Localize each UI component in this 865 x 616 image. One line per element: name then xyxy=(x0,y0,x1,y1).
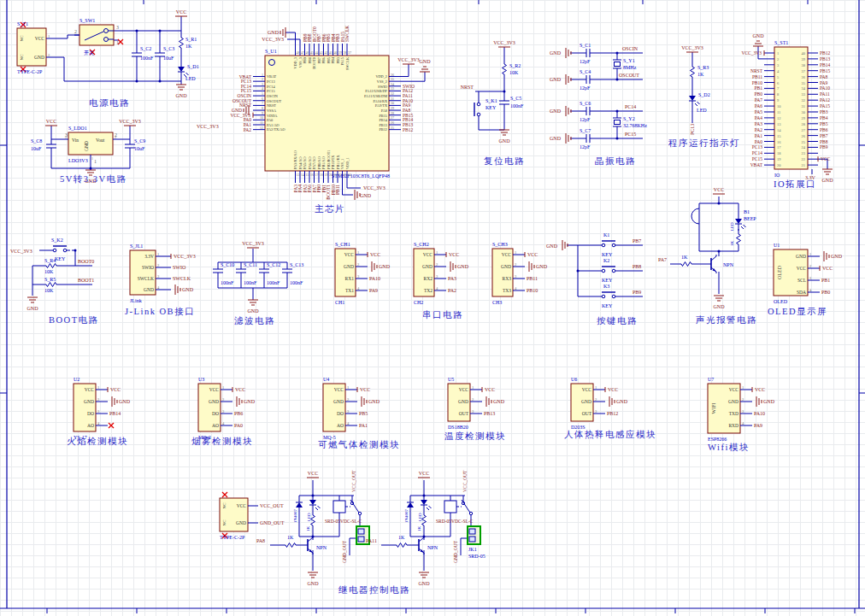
screw-terminal[interactable] xyxy=(468,526,480,544)
resistor[interactable] xyxy=(283,543,298,548)
label-net[interactable]: GND_OUT xyxy=(342,540,347,563)
capacitor[interactable] xyxy=(578,49,598,57)
label-text[interactable]: 12pF xyxy=(580,144,591,150)
crystal[interactable] xyxy=(613,118,621,126)
label-text[interactable]: 1K xyxy=(398,535,405,540)
label-net[interactable]: PB9 xyxy=(633,290,641,295)
label-net[interactable]: PA11 xyxy=(366,538,377,543)
ref-switch[interactable]: S_SW1 xyxy=(79,18,95,23)
label-text[interactable]: S_R1 xyxy=(185,37,197,42)
label-net[interactable]: PA8 xyxy=(256,538,265,543)
label-text[interactable]: KEY xyxy=(602,278,613,283)
pir-sensor[interactable]: U6D203S1VCCVCC2GNDGND3OUTPB12 xyxy=(571,377,628,430)
label-net[interactable]: GND xyxy=(360,193,372,198)
gnd-symbol[interactable]: GND xyxy=(714,296,726,309)
label-text[interactable]: S_Y1 xyxy=(623,58,635,63)
vcc3v3-flag[interactable]: VCC_3V3 xyxy=(119,119,141,126)
capacitor[interactable] xyxy=(499,96,509,109)
label-text[interactable]: 10uF xyxy=(163,56,174,61)
io-expansion-header[interactable]: S_ST1IO1VCC_3V3234NRST5PB116PB107PB18PB0… xyxy=(741,40,830,178)
label-text[interactable]: 10K xyxy=(44,269,54,274)
label-text[interactable]: 10K xyxy=(44,288,54,293)
wire[interactable] xyxy=(479,120,504,130)
caption-filter-circuit[interactable]: 滤波电路 xyxy=(234,316,275,326)
label-text[interactable]: S_Y2 xyxy=(623,116,635,121)
caption-boot-circuit[interactable]: BOOT电路 xyxy=(49,315,99,325)
pushbutton[interactable] xyxy=(598,292,619,298)
label-text[interactable]: 12pF xyxy=(580,59,591,64)
label-net[interactable]: VCC_OUT xyxy=(351,470,356,492)
vcc3v3-flag[interactable]: VCC_3V3 xyxy=(242,241,264,248)
caption-pir-module[interactable]: 人体热释电感应模块 xyxy=(564,430,656,439)
label-text[interactable]: LED xyxy=(418,513,422,521)
label-net[interactable]: PC13 xyxy=(690,124,695,135)
label-net[interactable]: GND xyxy=(550,77,562,82)
serial-header-1[interactable]: S_CH1CH11VCCVCC2GNDGND3RX1PA104TX1PA9 xyxy=(335,242,391,305)
caption-key-circuit[interactable]: 按键电路 xyxy=(597,316,638,326)
label-text[interactable]: KEY xyxy=(602,303,613,308)
label-text[interactable]: KEY xyxy=(602,252,613,257)
relay-contact[interactable] xyxy=(462,500,473,515)
serial-header-3[interactable]: S_CH3CH31VCCVCC2GNDGND3RX3PB114TX3PB10 xyxy=(492,242,548,305)
label-text[interactable]: 100nF xyxy=(140,56,154,61)
label-text[interactable]: 2 xyxy=(74,29,77,34)
label-net[interactable]: VCC_3V3 xyxy=(10,249,32,254)
resistor[interactable] xyxy=(737,231,741,248)
label-text[interactable]: 1 xyxy=(116,40,119,45)
label-text[interactable]: NPN xyxy=(316,545,327,550)
wire[interactable] xyxy=(285,32,296,44)
vcc-flag[interactable]: VCC xyxy=(418,471,430,478)
npn-transistor[interactable] xyxy=(706,255,716,273)
gnd-symbol[interactable]: GND xyxy=(176,85,188,98)
resistor[interactable] xyxy=(44,283,59,287)
caption-smoke-module[interactable]: 烟雾检测模块 xyxy=(191,437,253,446)
crystal[interactable] xyxy=(613,60,621,68)
ldo-regulator[interactable]: S_LDO1LDO3V3VinVoutGND321 xyxy=(58,126,123,165)
label-text[interactable]: 10uF xyxy=(31,146,42,151)
vcc-flag[interactable]: VCC xyxy=(713,187,725,194)
wire[interactable] xyxy=(287,39,300,44)
label-text[interactable]: 8MHz xyxy=(623,65,637,70)
label-text[interactable]: 3 xyxy=(65,132,68,138)
label-net[interactable]: VCC_3V3 xyxy=(262,37,284,42)
label-text[interactable]: K3 xyxy=(603,284,609,289)
caption-oled-display[interactable]: OLED显示屏 xyxy=(768,307,827,316)
label-text[interactable]: 12pF xyxy=(580,85,591,91)
serial-header-2[interactable]: S_CH2CH21VCCVCC2GNDGND3RX2PA34TX2PA2 xyxy=(414,242,469,305)
resistor[interactable] xyxy=(679,262,694,267)
label-text[interactable]: LED xyxy=(697,108,707,113)
label-text[interactable]: 10uF xyxy=(134,146,145,151)
label-text[interactable]: S_K2 xyxy=(51,238,63,243)
gnd-symbol[interactable]: GND xyxy=(499,130,511,144)
label-text[interactable]: 1 xyxy=(94,159,97,164)
wire[interactable] xyxy=(350,538,356,555)
caption-power-circuit[interactable]: 电源电路 xyxy=(89,98,130,108)
gnd-symbol[interactable]: GND xyxy=(248,300,260,314)
label-net[interactable]: BOOT0 xyxy=(78,259,94,264)
label-net[interactable]: GND xyxy=(268,30,280,35)
label-text[interactable]: S_R5 xyxy=(44,277,56,282)
label-text[interactable]: 100nF xyxy=(290,280,303,285)
capacitor[interactable] xyxy=(578,107,598,115)
mcu-stm32[interactable]: S_U1STM32F103C8T6_LQFP481VBATVBAT2PC13PC… xyxy=(230,26,415,200)
label-net[interactable]: GND xyxy=(550,50,562,56)
label-net[interactable]: PA7 xyxy=(658,257,667,262)
gnd-symbol[interactable]: GND xyxy=(822,169,834,183)
caption-run-led[interactable]: 程序运行指示灯 xyxy=(668,138,740,148)
caption-jlink-ob[interactable]: J-Link OB接口 xyxy=(125,307,195,316)
flame-sensor[interactable]: U2YS-171VCCVCC2GNDGND3DOPB144AO xyxy=(74,377,131,440)
gnd-symbol[interactable]: GND xyxy=(419,572,431,586)
vcc-flag[interactable]: VCC xyxy=(307,471,319,478)
label-net[interactable]: PC15 xyxy=(625,132,636,137)
label-text[interactable]: S_D2 xyxy=(698,92,710,97)
capacitor[interactable] xyxy=(578,75,598,84)
relay-coil[interactable] xyxy=(333,501,345,513)
vcc3v3-flag[interactable]: VCC_3V3 xyxy=(493,40,515,47)
label-text[interactable]: S_C13 xyxy=(290,262,303,267)
label-text[interactable]: S_C10 xyxy=(221,262,234,267)
relay-typec-connector[interactable]: TYPE-C-2PNCNCVCCVCC_OUTGNDGND_OUT xyxy=(220,498,285,540)
label-text[interactable]: 1N4007 xyxy=(404,508,409,523)
label-text[interactable]: 1K xyxy=(287,535,294,540)
label-text[interactable]: 1K xyxy=(417,526,421,532)
label-text[interactable]: 100nF xyxy=(244,280,257,285)
